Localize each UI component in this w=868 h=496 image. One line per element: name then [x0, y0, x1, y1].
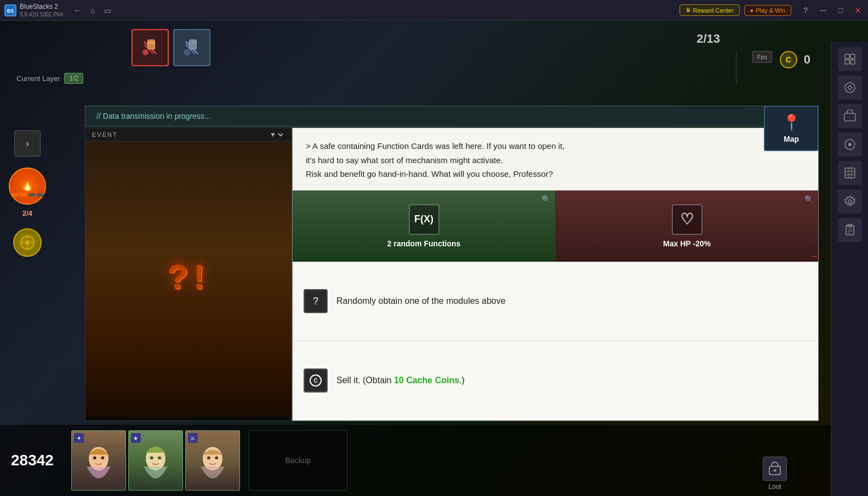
hp-pip-3 — [28, 193, 35, 197]
svg-text:C: C — [313, 378, 317, 384]
svg-point-6 — [143, 50, 148, 55]
divider — [736, 51, 736, 84]
sidebar-icon-4[interactable] — [838, 132, 862, 157]
map-button[interactable]: 📍 Map — [764, 106, 819, 151]
choice-2-icon: C — [304, 368, 328, 393]
char-indicator-2: ★ — [131, 433, 141, 443]
right-sidebar — [831, 42, 868, 496]
char-slot-1[interactable]: ✦ — [71, 430, 126, 491]
char-indicator-3: ⚔ — [188, 433, 198, 443]
hp-pip-4 — [37, 193, 43, 197]
function-cards: 🔍 F(X) 2 random Functions 🔍 ♡ ─ Max HP -… — [293, 191, 818, 262]
svg-point-36 — [848, 200, 852, 203]
event-image: ?! — [85, 142, 292, 417]
layer-badge: 1/2 — [64, 73, 83, 84]
hp-pips — [12, 193, 43, 197]
svg-point-46 — [150, 456, 153, 459]
svg-point-49 — [207, 456, 210, 459]
sidebar-icon-2[interactable] — [838, 76, 862, 100]
search-icon-1: 🔍 — [541, 195, 551, 204]
svg-rect-26 — [850, 60, 855, 64]
coin-count: 0 — [804, 53, 810, 67]
event-panel: EVENT ▼ ?! — [85, 128, 292, 421]
choice-2-button[interactable]: C Sell it. (Obtain 10 Cache Coins.) — [293, 341, 818, 420]
choice-1-text: Randomly obtain one of the modules above — [336, 296, 506, 306]
svg-rect-13 — [189, 40, 196, 49]
maximize-button[interactable]: □ — [835, 5, 846, 16]
sidebar-icon-5[interactable] — [838, 161, 862, 185]
sidebar-icon-3[interactable] — [838, 104, 862, 128]
back-button[interactable]: ← — [72, 5, 83, 16]
sidebar-icon-1[interactable] — [838, 47, 862, 71]
svg-rect-25 — [845, 60, 849, 64]
svg-text:BS: BS — [7, 8, 14, 14]
window-button[interactable]: ▭ — [102, 5, 113, 16]
bottom-score: 28342 — [11, 452, 54, 469]
choices: ? Randomly obtain one of the modules abo… — [293, 262, 818, 421]
event-dropdown[interactable]: ▼ — [267, 130, 285, 139]
game-area: Current Layer 1/2 — [0, 21, 868, 496]
app-name: BlueStacks 2 5.9.410.1001 P64 — [20, 3, 63, 18]
svg-point-43 — [93, 456, 96, 459]
hp-text: 2/4 — [22, 209, 32, 217]
skill-card-1[interactable] — [132, 29, 169, 66]
skill-card-2[interactable] — [173, 29, 210, 66]
backup-area: Backup — [249, 430, 347, 491]
char-avatar-2: ★ — [129, 431, 182, 490]
loot-button[interactable]: Loot — [763, 457, 787, 491]
choice-1-button[interactable]: ? Randomly obtain one of the modules abo… — [293, 262, 818, 341]
event-label: EVENT — [92, 131, 118, 138]
coin-display: C 0 — [780, 51, 810, 68]
search-icon-2: 🔍 — [804, 195, 814, 204]
left-panel: › 🔥 2/4 — [0, 130, 55, 257]
loot-icon — [763, 457, 787, 481]
dialog-text: > A safe containing Function Cards was l… — [293, 128, 818, 191]
char-slot-2[interactable]: ★ — [128, 430, 183, 491]
svg-rect-31 — [845, 168, 855, 178]
fx-area: Fps — [752, 51, 772, 63]
function-card-2: 🔍 ♡ ─ Max HP -20% — [556, 191, 818, 262]
play-win-button[interactable]: ● Play & Win — [744, 5, 791, 16]
event-orb[interactable] — [13, 228, 42, 257]
char-avatar-3: ⚔ — [186, 431, 239, 490]
svg-rect-23 — [845, 54, 849, 59]
map-label: Map — [784, 135, 799, 143]
choice-1-icon: ? — [304, 289, 328, 313]
map-icon: 📍 — [782, 113, 801, 131]
char-slot-3[interactable]: ⚔ — [185, 430, 240, 491]
data-transmission-bar: // Data transmission in progress... — [85, 106, 819, 126]
score-display: 2/13 — [696, 32, 720, 46]
character-slots: ✦ ★ — [71, 430, 240, 491]
loot-label: Loot — [768, 483, 781, 491]
svg-point-44 — [101, 456, 104, 459]
reward-center-button[interactable]: ♛ Reward Center — [679, 4, 740, 16]
fx-icon: F(X) — [409, 204, 439, 235]
titlebar: BS BlueStacks 2 5.9.410.1001 P64 ← ⌂ ▭ ♛… — [0, 0, 868, 21]
func-card-2-label: Max HP -20% — [663, 239, 711, 248]
event-header: EVENT ▼ — [85, 128, 292, 142]
expand-button[interactable]: › — [14, 130, 41, 157]
svg-rect-28 — [844, 113, 855, 121]
fire-orb[interactable]: 🔥 — [9, 168, 46, 205]
choice-2-text: Sell it. (Obtain 10 Cache Coins.) — [336, 376, 465, 385]
function-card-1: 🔍 F(X) 2 random Functions — [293, 191, 556, 262]
help-button[interactable]: ? — [800, 5, 811, 16]
svg-rect-24 — [850, 54, 855, 59]
dialog-container: // Data transmission in progress... EVEN… — [85, 106, 819, 422]
bottom-bar: 28342 ✦ ★ — [0, 425, 831, 496]
coin-icon: C — [780, 51, 797, 68]
sidebar-icon-settings[interactable] — [838, 189, 862, 214]
char-indicator-1: ✦ — [74, 433, 84, 443]
svg-point-16 — [25, 240, 30, 245]
svg-point-12 — [185, 50, 190, 55]
minimize-button[interactable]: ─ — [818, 5, 829, 16]
sidebar-icon-clipboard[interactable] — [838, 218, 862, 242]
hp-pip-2 — [20, 193, 27, 197]
home-button[interactable]: ⌂ — [87, 5, 98, 16]
fire-icon: 🔥 — [19, 176, 36, 192]
question-mark-display: ?! — [168, 259, 210, 299]
func-card-1-label: 2 random Functions — [387, 239, 461, 248]
svg-point-27 — [845, 83, 855, 93]
dialog-panel: > A safe containing Function Cards was l… — [292, 128, 819, 421]
close-button[interactable]: ✕ — [853, 5, 864, 16]
